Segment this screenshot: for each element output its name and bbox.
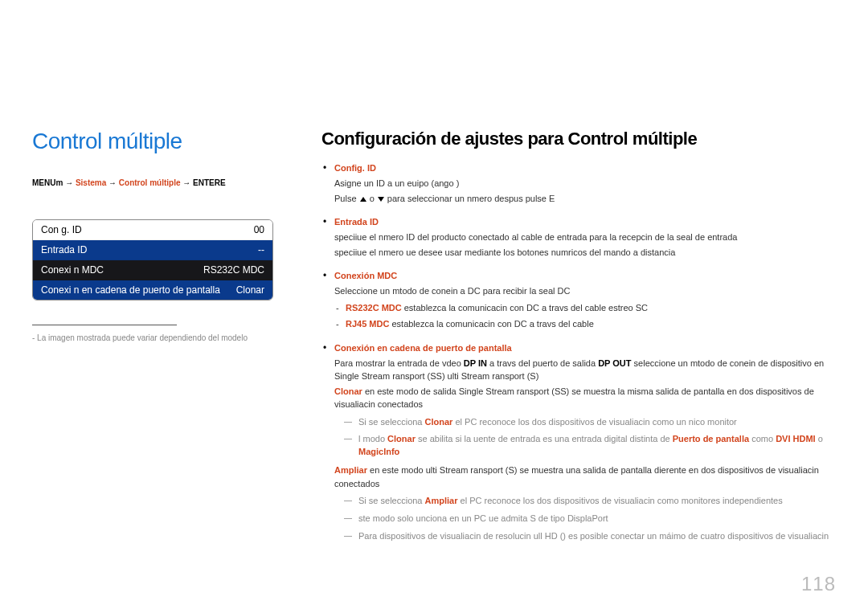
item-title: Config. ID <box>334 163 376 173</box>
item-text: Pulse o para seleccionar un nmero despus… <box>334 192 836 206</box>
t: l modo <box>358 434 387 443</box>
sub-text: establezca la comunicacin con DC a travs… <box>389 319 593 329</box>
menu-row-config-id: Con g. ID 00 <box>33 220 272 240</box>
nav-e: E <box>220 178 226 187</box>
t: se abilita si la uente de entrada es una… <box>416 434 673 443</box>
menu-value: Clonar <box>236 284 264 296</box>
sub-title: RJ45 MDC <box>346 319 389 329</box>
note-ampliar-2: ste modo solo unciona en un PC ue admita… <box>358 513 836 525</box>
t: Para mostrar la entrada de vdeo <box>334 358 464 368</box>
hl: HDMI <box>793 434 816 443</box>
item-title: Conexión MDC <box>334 271 397 280</box>
item-daisy-chain: Conexión en cadena de puerto de pantalla… <box>334 341 836 544</box>
t: o <box>816 434 823 443</box>
note-clonar-2: l modo Clonar se abilita si la uente de … <box>358 433 836 459</box>
ampliar-title: Ampliar <box>334 465 367 475</box>
menu-row-entrada-id: Entrada ID -- <box>33 240 272 260</box>
t: Pulse <box>334 194 359 203</box>
menu-row-daisy-chain: Conexi n en cadena de puerto de pantalla… <box>33 280 272 300</box>
item-text: Ampliar en este modo ulti Stream ranspor… <box>334 464 836 490</box>
note-ampliar-1: Si se selecciona Ampliar el PC reconoce … <box>358 495 836 508</box>
page-title-left: Control múltiple <box>32 129 289 154</box>
triangle-up-icon <box>360 197 366 202</box>
item-text: Para mostrar la entrada de vdeo DP IN a … <box>334 357 836 383</box>
item-text: speciiue el nmero ue desee usar mediante… <box>334 246 836 260</box>
menu-value: RS232C MDC <box>203 264 264 276</box>
item-title: Entrada ID <box>334 217 379 227</box>
item-entrada-id: Entrada ID speciiue el nmero ID del prod… <box>334 215 836 259</box>
nav-enter: ENTER <box>193 178 220 187</box>
t: en este modo ulti Stream ransport (S) se… <box>334 465 819 488</box>
breadcrumb: MENUm → Sistema → Control múltiple → ENT… <box>32 178 289 187</box>
menu-label: Conexi n MDC <box>41 264 104 276</box>
item-text: Asigne un ID a un euipo (ango ) <box>334 177 836 190</box>
menu-value: -- <box>258 244 264 255</box>
item-conexion-mdc: Conexión MDC Seleccione un mtodo de cone… <box>334 268 836 331</box>
note-clonar-1: Si se selecciona Clonar el PC reconoce l… <box>358 416 836 429</box>
menu-label: Entrada ID <box>41 244 87 255</box>
item-text: Clonar en este modo de salida Single Str… <box>334 385 836 411</box>
caption-text: La imagen mostrada puede variar dependie… <box>37 333 248 342</box>
item-text: speciiue el nmero ID del producto conect… <box>334 231 836 244</box>
nav-arrow-1: → <box>63 178 76 187</box>
menu-label: Con g. ID <box>41 224 82 235</box>
menu-value: 00 <box>254 224 264 235</box>
t: ) <box>457 178 460 188</box>
item-title: Conexión en cadena de puerto de pantalla <box>334 343 512 353</box>
t: como <box>749 434 776 443</box>
nav-control: Control múltiple <box>119 178 181 187</box>
dp-in: DP IN <box>464 358 487 368</box>
hl: Puerto de pantalla <box>673 434 749 443</box>
osd-menu-box: Con g. ID 00 Entrada ID -- Conexi n MDC … <box>32 219 273 300</box>
t: o <box>367 194 377 203</box>
nav-arrow-3: → <box>181 178 194 187</box>
item-config-id: Config. ID Asigne un ID a un euipo (ango… <box>334 161 836 205</box>
triangle-down-icon <box>378 197 384 202</box>
t: el PC reconoce los dos dispositivos de v… <box>452 417 736 427</box>
dp-out: DP OUT <box>598 358 631 368</box>
t: a travs del puerto de salida <box>487 358 598 368</box>
t: en este modo de salida Single Stream ran… <box>334 386 814 410</box>
sub-title: RS232C MDC <box>346 303 402 313</box>
sub-rj45: RJ45 MDC establezca la comunicacin con D… <box>346 317 836 331</box>
t: E <box>549 194 555 203</box>
clonar-title: Clonar <box>334 386 362 396</box>
sub-rs232c: RS232C MDC establezca la comunicacin con… <box>346 301 836 315</box>
divider-line <box>32 325 177 325</box>
hl: Clonar <box>387 434 416 443</box>
nav-menu: MENU <box>32 178 55 187</box>
menu-label: Conexi n en cadena de puerto de pantalla <box>41 284 220 296</box>
t: para seleccionar un nmero despus pulse <box>385 194 549 203</box>
nav-arrow-2: → <box>106 178 119 187</box>
hl: Ampliar <box>425 496 458 505</box>
t: Asigne un ID a un euipo (ango <box>334 178 457 188</box>
nav-sistema: Sistema <box>76 178 106 187</box>
sub-text: establezca la comunicacin con DC a travs… <box>402 303 648 313</box>
hl: DVI <box>776 434 790 443</box>
t: Si se selecciona <box>358 417 425 427</box>
menu-row-conexion-mdc: Conexi n MDC RS232C MDC <box>33 260 272 280</box>
item-text: Seleccione un mtodo de conein a DC para … <box>334 284 836 298</box>
hl: MagicInfo <box>358 447 399 456</box>
t: el PC reconoce los dos dispositivos de v… <box>458 496 783 505</box>
note-ampliar-3: Para dispositivos de visualiacin de reso… <box>358 530 836 543</box>
page-title-right: Configuración de ajustes para Control mú… <box>321 129 836 149</box>
image-caption: - La imagen mostrada puede variar depend… <box>32 333 289 342</box>
t: Si se selecciona <box>358 496 425 505</box>
page-number: 118 <box>801 573 836 595</box>
hl: Clonar <box>425 417 453 427</box>
